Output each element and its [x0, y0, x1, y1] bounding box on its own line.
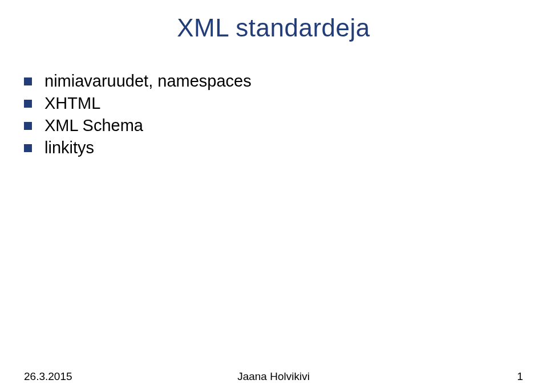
bullet-icon	[24, 144, 32, 152]
list-item: linkitys	[24, 138, 525, 157]
footer-author: Jaana Holvikivi	[237, 370, 310, 383]
bullet-text: XHTML	[44, 94, 100, 113]
bullet-text: linkitys	[44, 138, 94, 157]
bullet-icon	[24, 100, 32, 108]
list-item: nimiavaruudet, namespaces	[24, 72, 525, 91]
footer-page: 1	[517, 370, 523, 383]
bullet-icon	[24, 77, 32, 85]
bullet-text: nimiavaruudet, namespaces	[44, 72, 252, 91]
bullet-list: nimiavaruudet, namespaces XHTML XML Sche…	[22, 72, 525, 157]
bullet-icon	[24, 122, 32, 130]
list-item: XHTML	[24, 94, 525, 113]
slide: XML standardeja nimiavaruudet, namespace…	[0, 0, 547, 392]
footer: 26.3.2015 Jaana Holvikivi 1	[0, 370, 547, 383]
footer-date: 26.3.2015	[24, 370, 72, 383]
bullet-text: XML Schema	[44, 116, 143, 135]
slide-title: XML standardeja	[22, 14, 525, 42]
list-item: XML Schema	[24, 116, 525, 135]
